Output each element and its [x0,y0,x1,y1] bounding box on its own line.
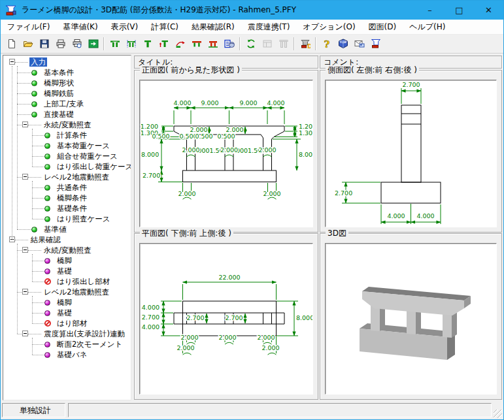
side-view-labels: 2.7002.7004.0004.000 [335,81,435,219]
tree-expander[interactable] [22,247,28,253]
tree-item-27[interactable]: 断面2次モーメント [3,339,131,349]
front-view-labels: 2.0002.0001.5001.5002.0002.0002.0004.000… [141,99,313,197]
tree-item-11[interactable]: レベル2地震動照査 [3,172,131,182]
tree-connector [32,156,44,157]
tree-item-28[interactable]: 基礎バネ [3,349,131,360]
menu-item-8[interactable]: ヘルプ(H) [403,19,452,35]
tree-connector [17,114,31,115]
pier-load-icon[interactable] [156,36,172,52]
tree-expander[interactable] [22,331,28,336]
status-bar: 単独設計 [1,401,503,419]
app-icon [5,5,17,16]
tree-expander[interactable] [22,174,28,180]
open-file-icon[interactable] [20,36,36,52]
beam-side-icon[interactable] [205,36,221,52]
tree-item-26[interactable]: 震度算出(支承設計)連動 [3,329,131,339]
tree-item-10[interactable]: はり張出し荷重ケース [3,161,131,172]
tree-item-3[interactable]: 橋脚鉄筋 [3,88,131,99]
menu-item-4[interactable]: 結果確認(R) [185,19,241,35]
tree-item-23[interactable]: 橋脚 [3,297,131,308]
navigation-tree[interactable]: 入力基本条件橋脚形状橋脚鉄筋上部工/支承直接基礎永続/変動照査計算条件基本荷重ケ… [3,55,131,400]
calculate-icon[interactable] [243,36,259,52]
tree-item-label: はり部材 [56,319,89,328]
bearing-icon[interactable] [172,36,188,52]
pier-rebar-icon[interactable] [123,36,139,52]
tree-item-2[interactable]: 橋脚形状 [3,78,131,88]
print-icon[interactable] [52,36,69,52]
tree-item-1[interactable]: 基本条件 [3,67,131,78]
tree-item-16[interactable]: 基準値 [3,224,131,234]
tree-item-label: 基本条件 [42,68,75,77]
tree-item-24[interactable]: 基礎 [3,308,131,318]
tree-item-21[interactable]: はり張出し部材 [3,276,131,287]
tree-item-18[interactable]: 永続/変動照査 [3,245,131,255]
tree-connector [17,229,31,230]
menu-item-5[interactable]: 震度連携(T) [241,19,297,35]
dimension-label: 4.000 [267,99,284,106]
tree-item-4[interactable]: 上部工/支承 [3,99,131,109]
tree-item-6[interactable]: 永続/変動照査 [3,120,131,130]
tree-connector [32,254,33,282]
help-icon[interactable]: ? [318,36,335,52]
viewer-3d-icon[interactable]: F8B [335,36,351,52]
tree-item-7[interactable]: 計算条件 [3,130,131,140]
pier-column-icon[interactable] [139,36,156,52]
dimension-label: 2.000 [190,126,207,133]
status-bullet-icon [44,216,50,222]
tree-item-14[interactable]: 基礎条件 [3,203,131,214]
no-entry-icon [44,320,51,327]
pier-shape-icon[interactable] [107,36,123,52]
tree-item-label: はり照査ケース [56,214,112,223]
status-mode: 単独設計 [2,403,65,417]
tree-connector [17,83,31,84]
beam-front-icon[interactable] [188,36,205,52]
tree-connector [28,250,41,251]
menu-item-3[interactable]: 計算(C) [144,19,185,35]
tree-item-20[interactable]: 基礎 [3,266,131,276]
minimize-button[interactable]: – [415,1,445,20]
tree-connector [12,66,12,240]
product-info-icon[interactable] [367,36,384,52]
title-bar: ラーメン橋脚の設計・3D配筋 (部分係数法・H29道示対応) - Rahmen_… [1,1,503,20]
tree-connector [32,313,44,314]
tree-item-label: 基準値 [42,225,68,234]
tree-connector [32,338,33,355]
resize-grip[interactable] [494,410,502,418]
tree-expander[interactable] [22,289,28,295]
data-import-icon[interactable] [85,36,101,52]
drawing-export-icon[interactable]: D [297,36,313,52]
tree-item-13[interactable]: 橋脚条件 [3,193,131,203]
menu-item-6[interactable]: オプション(O) [296,19,361,35]
dimension-label: 2.000 [178,190,195,197]
tree-item-8[interactable]: 基本荷重ケース [3,140,131,151]
tree-item-9[interactable]: 組合せ荷重ケース [3,151,131,161]
tree-expander[interactable] [9,59,15,65]
menu-item-7[interactable]: 図面(D) [362,19,403,35]
mail-icon[interactable] [351,36,367,52]
tree-connector [32,355,44,355]
tree-expander[interactable] [22,121,28,127]
tree-item-25[interactable]: はり部材 [3,318,131,329]
tree-item-label: 橋脚鉄筋 [42,89,75,98]
tree-item-label: 基礎 [56,267,73,276]
tree-item-17[interactable]: 結果確認 [3,234,131,245]
menu-item-0[interactable]: ファイル(F) [1,19,56,35]
tree-item-0[interactable]: 入力 [3,57,131,67]
tree-item-19[interactable]: 橋脚 [3,255,131,266]
close-button[interactable]: ✕ [474,1,503,20]
tree-item-5[interactable]: 直接基礎 [3,109,131,120]
tree-item-label: 基礎バネ [56,350,89,359]
dimension-label: 8.000 [299,151,313,158]
save-icon[interactable] [36,36,52,52]
tree-item-15[interactable]: はり照査ケース [3,214,131,224]
threed-view-drawing [325,243,497,395]
tree-item-22[interactable]: レベル2地震動照査 [3,287,131,297]
tree-item-12[interactable]: 共通条件 [3,182,131,193]
new-file-icon[interactable] [3,36,20,52]
maximize-button[interactable]: □ [445,1,474,20]
tree-connector [32,129,33,167]
print-preview-icon[interactable] [69,36,85,52]
seismic-link-icon[interactable] [221,36,237,52]
menu-item-1[interactable]: 基準値(K) [56,19,104,35]
menu-item-2[interactable]: 表示(V) [105,19,145,35]
